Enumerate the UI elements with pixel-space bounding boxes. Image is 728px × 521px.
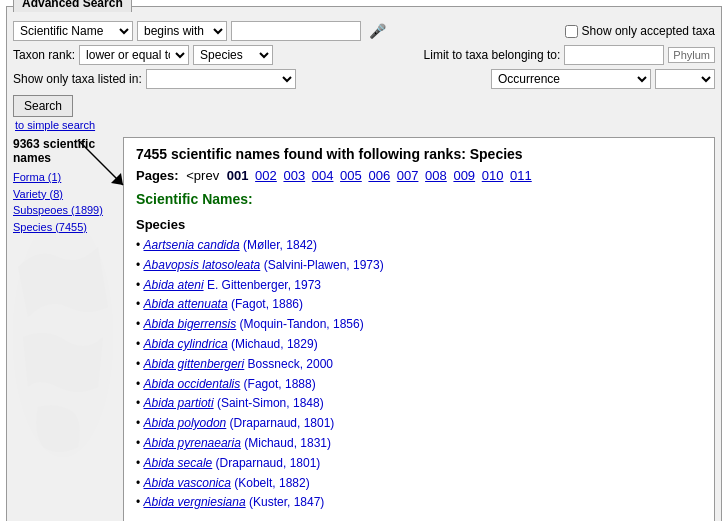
field-select[interactable]: Scientific Name [13,21,133,41]
taxon-rank-condition-select[interactable]: lower or equal to equal to higher or equ… [79,45,189,65]
subspecoes-link[interactable]: Subspeoes (1899) [13,202,119,219]
author-3: (Fagot, 1886) [228,297,303,311]
list-item: Abavopsis latosoleata (Salvini-Plawen, 1… [136,256,702,276]
search-field-row: Scientific Name begins with 🎤 Show only … [13,21,715,41]
show-listed-label: Show only taxa listed in: [13,72,142,86]
list-item: Abida cylindrica (Michaud, 1829) [136,335,702,355]
taxon-rank-row: Taxon rank: lower or equal to equal to h… [13,45,715,65]
search-button[interactable]: Search [13,95,73,117]
page-006[interactable]: 006 [368,168,390,183]
author-12: (Kobelt, 1882) [231,476,310,490]
species-link-2[interactable]: Abida ateni [144,278,204,292]
list-item: Abida partioti (Saint-Simon, 1848) [136,394,702,414]
page-007[interactable]: 007 [397,168,419,183]
species-link-5[interactable]: Abida cylindrica [144,337,228,351]
limit-input[interactable] [564,45,664,65]
page-003[interactable]: 003 [283,168,305,183]
list-item: Abida attenuata (Fagot, 1886) [136,295,702,315]
page-010[interactable]: 010 [482,168,504,183]
author-13: (Kuster, 1847) [246,495,325,509]
author-1: (Salvini-Plawen, 1973) [260,258,383,272]
rank-select[interactable]: Species Genus Family Order Class Phylum [193,45,273,65]
show-listed-row: Show only taxa listed in: Occurrence Nat… [13,69,715,89]
occurrence-sub-select[interactable] [655,69,715,89]
list-item: Abida polyodon (Draparnaud, 1801) [136,414,702,434]
content-area: 9363 scientific names Forma (1) Variety … [13,137,715,521]
arrow-icon [73,135,133,195]
list-item: Abida ateni E. Gittenberger, 1973 [136,276,702,296]
species-link-13[interactable]: Abida vergniesiana [144,495,246,509]
author-9: (Draparnaud, 1801) [226,416,334,430]
world-map-bg [8,187,128,521]
species-link[interactable]: Species (7455) [13,219,119,236]
page-002[interactable]: 002 [255,168,277,183]
page-005[interactable]: 005 [340,168,362,183]
list-item: Abida pyrenaearia (Michaud, 1831) [136,434,702,454]
species-link-10[interactable]: Abida pyrenaearia [144,436,241,450]
author-5: (Michaud, 1829) [228,337,318,351]
occurrence-select[interactable]: Occurrence Native Introduced [491,69,651,89]
results-panel: 7455 scientific names found with followi… [123,137,715,521]
species-link-1[interactable]: Abavopsis latosoleata [144,258,261,272]
list-item: Abida secale (Draparnaud, 1801) [136,454,702,474]
species-link-0[interactable]: Aartsenia candida [144,238,240,252]
list-item: Aartsenia candida (Møller, 1842) [136,236,702,256]
show-accepted-label: Show only accepted taxa [582,24,715,38]
search-text-input[interactable] [231,21,361,41]
author-10: (Michaud, 1831) [241,436,331,450]
author-8: (Saint-Simon, 1848) [214,396,324,410]
list-item: Abida bigerrensis (Moquin-Tandon, 1856) [136,315,702,335]
search-button-row: Search [13,93,715,117]
condition-select[interactable]: begins with [137,21,227,41]
left-panel: 9363 scientific names Forma (1) Variety … [13,137,123,521]
author-11: (Draparnaud, 1801) [212,456,320,470]
species-link-11[interactable]: Abida secale [144,456,213,470]
list-item: Abida gittenbergeri Bossneck, 2000 [136,355,702,375]
page-004[interactable]: 004 [312,168,334,183]
phylum-badge: Phylum [668,47,715,63]
author-7: (Fagot, 1888) [240,377,315,391]
species-link-3[interactable]: Abida attenuata [144,297,228,311]
prev-page[interactable]: <prev [186,168,219,183]
species-heading: Species [136,217,702,232]
show-accepted-checkbox[interactable] [565,25,578,38]
species-link-8[interactable]: Abida partioti [144,396,214,410]
species-link-6[interactable]: Abida gittenbergeri [144,357,245,371]
list-item: Abida occidentalis (Fagot, 1888) [136,375,702,395]
species-link-12[interactable]: Abida vasconica [144,476,231,490]
author-2: E. Gittenberger, 1973 [204,278,321,292]
advanced-search-tab[interactable]: Advanced Search [13,0,132,12]
show-accepted-row: Show only accepted taxa [565,24,715,38]
pages-row: Pages: <prev 001 002 003 004 005 006 007… [136,168,702,183]
species-link-9[interactable]: Abida polyodon [144,416,227,430]
species-link-4[interactable]: Abida bigerrensis [144,317,237,331]
page-011[interactable]: 011 [510,168,532,183]
author-4: (Moquin-Tandon, 1856) [236,317,363,331]
author-6: Bossneck, 2000 [244,357,333,371]
results-title: 7455 scientific names found with followi… [136,146,702,162]
species-link-7[interactable]: Abida occidentalis [144,377,241,391]
page-009[interactable]: 009 [453,168,475,183]
show-listed-select[interactable] [146,69,296,89]
author-0: (Møller, 1842) [240,238,317,252]
mic-icon[interactable]: 🎤 [369,23,386,39]
current-page[interactable]: 001 [227,168,249,183]
list-item: Abida vasconica (Kobelt, 1882) [136,474,702,494]
list-item: Abida vergniesiana (Kuster, 1847) [136,493,702,513]
limit-label: Limit to taxa belonging to: [424,48,561,62]
simple-search-link[interactable]: to simple search [15,119,715,131]
taxon-rank-label: Taxon rank: [13,48,75,62]
sci-names-heading: Scientific Names: [136,191,702,207]
page-008[interactable]: 008 [425,168,447,183]
species-list: Aartsenia candida (Møller, 1842)Abavopsi… [136,236,702,513]
advanced-search-container: Advanced Search Scientific Name begins w… [6,6,722,521]
